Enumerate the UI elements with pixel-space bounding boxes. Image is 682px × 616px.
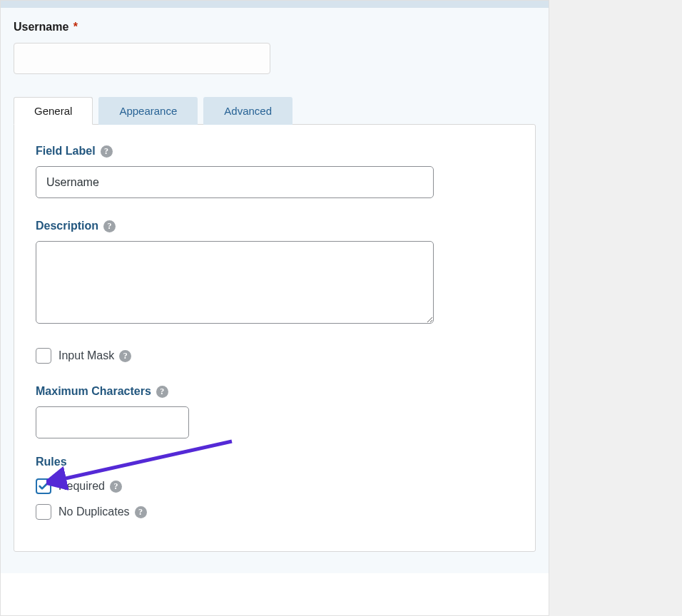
help-icon[interactable] bbox=[110, 481, 122, 493]
required-row: Required bbox=[36, 478, 514, 494]
required-asterisk: * bbox=[73, 21, 78, 33]
tab-panel-general: Field Label Description Input Mask bbox=[14, 124, 536, 552]
required-label-text: Required bbox=[58, 480, 105, 493]
field-settings-panel: Username * General Appearance Advanced F… bbox=[0, 0, 549, 616]
max-chars-heading-text: Maximum Characters bbox=[36, 385, 151, 398]
field-label-heading: Field Label bbox=[36, 145, 514, 158]
input-mask-row: Input Mask bbox=[36, 348, 514, 364]
help-icon[interactable] bbox=[156, 386, 168, 398]
description-textarea[interactable] bbox=[36, 241, 434, 324]
field-preview-label: Username * bbox=[14, 21, 536, 34]
tab-general[interactable]: General bbox=[14, 97, 93, 125]
help-icon[interactable] bbox=[103, 220, 116, 232]
field-header-bar bbox=[1, 1, 549, 8]
no-duplicates-checkbox[interactable] bbox=[36, 504, 51, 520]
required-label: Required bbox=[58, 480, 122, 493]
rules-heading: Rules bbox=[36, 456, 514, 468]
no-duplicates-label-text: No Duplicates bbox=[58, 505, 130, 518]
help-icon[interactable] bbox=[101, 145, 113, 158]
field-preview-input[interactable] bbox=[14, 43, 270, 74]
tab-advanced[interactable]: Advanced bbox=[203, 97, 292, 125]
required-checkbox[interactable] bbox=[36, 478, 51, 494]
max-chars-heading: Maximum Characters bbox=[36, 385, 514, 398]
input-mask-checkbox[interactable] bbox=[36, 348, 51, 364]
help-icon[interactable] bbox=[119, 350, 131, 362]
input-mask-label-text: Input Mask bbox=[58, 349, 114, 362]
help-icon[interactable] bbox=[135, 506, 147, 518]
max-chars-input[interactable] bbox=[36, 406, 189, 438]
tab-row: General Appearance Advanced bbox=[14, 97, 536, 125]
field-label-heading-text: Field Label bbox=[36, 145, 96, 158]
no-duplicates-label: No Duplicates bbox=[58, 505, 147, 518]
field-preview-area: Username * General Appearance Advanced F… bbox=[1, 8, 549, 573]
no-duplicates-row: No Duplicates bbox=[36, 504, 514, 520]
input-mask-label: Input Mask bbox=[58, 349, 131, 362]
description-heading-text: Description bbox=[36, 220, 98, 232]
tab-appearance[interactable]: Appearance bbox=[98, 97, 198, 125]
description-heading: Description bbox=[36, 220, 514, 232]
field-preview-label-text: Username bbox=[14, 21, 68, 33]
field-label-input[interactable] bbox=[36, 166, 434, 198]
